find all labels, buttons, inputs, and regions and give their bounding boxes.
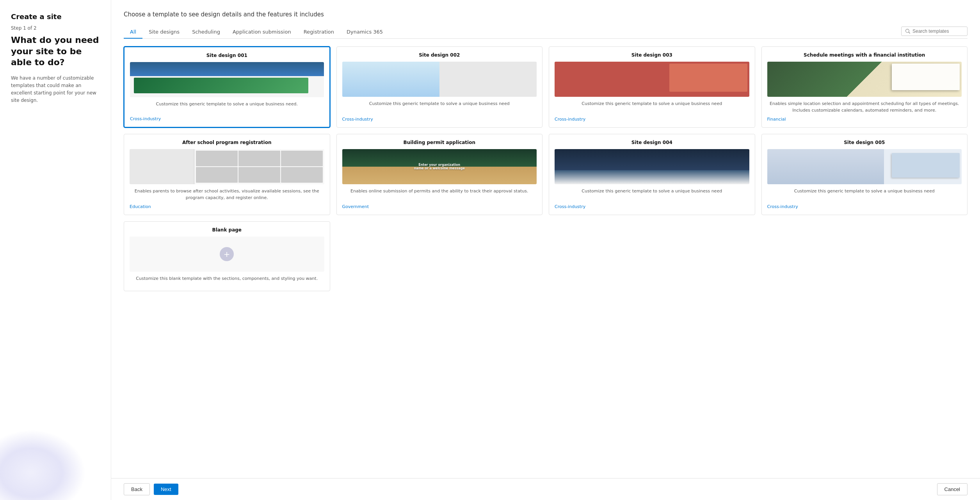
template-card-schedule-meetings[interactable]: Schedule meetings with a financial insti… (761, 46, 968, 128)
sidebar: Create a site Step 1 of 2 What do you ne… (0, 0, 111, 500)
back-button[interactable]: Back (124, 483, 150, 495)
card-tag: Cross-industry (767, 204, 962, 209)
card-thumbnail (555, 149, 749, 184)
card-description: Customize this generic template to solve… (555, 188, 749, 201)
thumb-item (238, 151, 280, 166)
sidebar-heading: What do you need your site to be able to… (11, 35, 100, 68)
card-tag: Cross-industry (555, 204, 749, 209)
search-box[interactable] (901, 27, 968, 36)
card-tag: Cross-industry (342, 117, 537, 122)
next-button[interactable]: Next (154, 484, 178, 495)
template-card-site-design-004[interactable]: Site design 004 Customize this generic t… (549, 134, 755, 215)
card-description: Customize this generic template to solve… (767, 188, 962, 201)
card-thumbnail (767, 149, 962, 184)
card-description: Customize this blank template with the s… (130, 276, 324, 282)
tab-registration[interactable]: Registration (297, 26, 340, 39)
card-description: Customize this generic template to solve… (130, 101, 324, 113)
template-card-after-school[interactable]: After school program registration Enable… (124, 134, 330, 215)
thumb-item (281, 167, 323, 183)
card-description: Enables simple location selection and ap… (767, 101, 962, 114)
template-grid-container: Site design 001 Customize this generic t… (111, 39, 980, 500)
tab-all[interactable]: All (124, 26, 142, 39)
card-thumbnail (130, 62, 324, 97)
card-title: Site design 001 (130, 53, 324, 58)
sidebar-app-title: Create a site (11, 12, 100, 21)
card-thumbnail (130, 149, 324, 184)
card-thumbnail (555, 62, 749, 97)
template-card-blank-page[interactable]: Blank page + Customize this blank templa… (124, 221, 330, 291)
card-tag: Education (130, 204, 324, 209)
sidebar-step: Step 1 of 2 (11, 25, 100, 31)
template-card-site-design-001[interactable]: Site design 001 Customize this generic t… (124, 46, 330, 128)
main-title: Choose a template to see design details … (124, 11, 968, 18)
card-title: Site design 005 (767, 140, 962, 145)
search-icon (905, 29, 910, 34)
card-title: Schedule meetings with a financial insti… (767, 52, 962, 58)
footer: Back Next Cancel (111, 478, 980, 500)
card-description: Enables parents to browse after school a… (130, 188, 324, 201)
thumb-item (281, 151, 323, 166)
card-tag: Financial (767, 117, 962, 122)
thumb-left (342, 62, 439, 97)
card-description: Customize this generic template to solve… (555, 101, 749, 114)
card-tag: Cross-industry (555, 117, 749, 122)
card-title: Blank page (130, 227, 324, 233)
thumb-text: Enter your organizationname or a welcome… (414, 163, 465, 170)
card-title: After school program registration (130, 140, 324, 145)
sidebar-description: We have a number of customizable templat… (11, 75, 100, 105)
card-title: Site design 004 (555, 140, 749, 145)
main-content: Choose a template to see design details … (111, 0, 980, 500)
card-thumbnail: + (130, 237, 324, 272)
thumb-item (196, 151, 238, 166)
card-thumbnail (767, 62, 962, 97)
tab-site-designs[interactable]: Site designs (142, 26, 186, 39)
tab-dynamics-365[interactable]: Dynamics 365 (340, 26, 389, 39)
card-title: Site design 003 (555, 52, 749, 58)
tab-scheduling[interactable]: Scheduling (186, 26, 226, 39)
template-card-building-permit[interactable]: Building permit application Enter your o… (336, 134, 543, 215)
cancel-button[interactable]: Cancel (937, 483, 968, 495)
sidebar-decoration (0, 430, 86, 500)
thumb-right (439, 62, 537, 97)
template-grid: Site design 001 Customize this generic t… (124, 46, 968, 291)
card-thumbnail (342, 62, 537, 97)
template-card-site-design-005[interactable]: Site design 005 Customize this generic t… (761, 134, 968, 215)
card-tag: Government (342, 204, 537, 209)
card-title: Site design 002 (342, 52, 537, 58)
thumb-item (238, 167, 280, 183)
thumb-item (196, 167, 238, 183)
tabs-left: All Site designs Scheduling Application … (124, 26, 389, 38)
tab-bar: All Site designs Scheduling Application … (124, 26, 968, 39)
card-tag: Cross-industry (130, 116, 324, 121)
card-description: Customize this generic template to solve… (342, 101, 537, 114)
main-header: Choose a template to see design details … (111, 0, 980, 39)
plus-icon: + (220, 247, 234, 261)
template-card-site-design-002[interactable]: Site design 002 Customize this generic t… (336, 46, 543, 128)
thumb-left (130, 149, 194, 184)
thumb-right (194, 149, 324, 184)
card-description: Enables online submission of permits and… (342, 188, 537, 201)
search-input[interactable] (912, 28, 963, 34)
tab-application-submission[interactable]: Application submission (226, 26, 297, 39)
template-card-site-design-003[interactable]: Site design 003 Customize this generic t… (549, 46, 755, 128)
card-title: Building permit application (342, 140, 537, 145)
card-thumbnail: Enter your organizationname or a welcome… (342, 149, 537, 184)
